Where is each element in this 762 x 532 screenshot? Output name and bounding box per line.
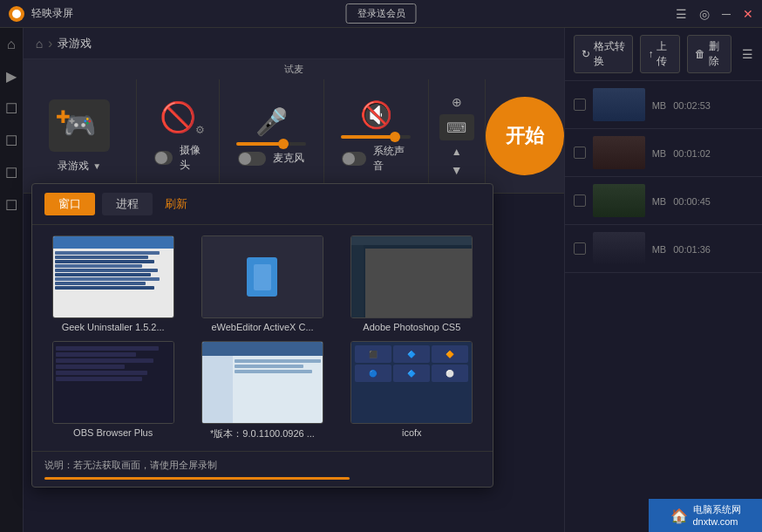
icofx-cell-6: ⚪: [432, 365, 468, 382]
mic-label: 麦克风: [273, 151, 304, 166]
home-icon[interactable]: ⌂: [36, 37, 43, 51]
rec-checkbox-1[interactable]: [574, 99, 586, 111]
ver-header: [202, 342, 323, 356]
plus-icon: ✚: [56, 106, 71, 127]
start-btn-area: 开始: [486, 79, 564, 193]
audio-toggle[interactable]: [342, 152, 366, 166]
mic-toggle-row: 麦克风: [238, 151, 304, 166]
settings-icon[interactable]: ◎: [699, 7, 710, 21]
mic-toggle[interactable]: [238, 152, 266, 166]
rec-info-4: MB 00:01:36: [652, 242, 753, 255]
window-thumb-geek: [52, 235, 174, 318]
mic-toggle-knob: [239, 153, 251, 165]
ver-rows: [233, 356, 323, 423]
window-thumb-icofx: ⬛ 🔷 🔶 🔵 🔷 ⚪: [350, 341, 473, 424]
ver-sidebar: [202, 356, 233, 423]
rec-size-3: MB: [652, 196, 667, 207]
watermark-url: dnxtw.com: [693, 515, 741, 528]
camera-icon-area: 🚫 ⚙: [160, 99, 196, 134]
rec-meta-3: MB 00:00:45: [652, 196, 753, 207]
rec-checkbox-2[interactable]: [574, 147, 586, 159]
refresh-button[interactable]: 刷新: [165, 196, 187, 212]
controls-row: ✚ 🎮 录游戏 ▼ 🚫 ⚙: [24, 79, 564, 193]
login-button[interactable]: 登录送会员: [346, 3, 417, 24]
rec-size-4: MB: [652, 244, 667, 255]
icofx-grid: ⬛ 🔷 🔶 🔵 🔷 ⚪: [351, 342, 472, 385]
watermark-text: 电脑系统网 dnxtw.com: [693, 503, 741, 529]
recording-item-4: MB 00:01:36: [565, 225, 762, 273]
geek-rows: [53, 249, 173, 292]
obs-thumb-content: [53, 342, 173, 423]
ps-canvas: [365, 249, 472, 317]
app-icon: [9, 6, 24, 22]
rec-thumb-2: [593, 136, 645, 169]
keyboard-icon-btn[interactable]: ⌨: [439, 114, 474, 140]
sidebar-checkbox4-icon[interactable]: ☐: [5, 197, 17, 214]
sidebar-checkbox3-icon[interactable]: ☐: [5, 165, 17, 181]
svg-point-0: [12, 10, 21, 18]
window-item-obs[interactable]: OBS Browser Plus: [43, 341, 183, 440]
sidebar-media-icon[interactable]: ▶: [6, 68, 17, 85]
rec-checkbox-4[interactable]: [574, 242, 586, 255]
format-convert-button[interactable]: ↻ 格式转换: [574, 35, 634, 73]
breadcrumb: ⌂ › 录游戏: [24, 28, 564, 59]
title-bar-controls: ☰ ◎ ─ ✕: [676, 7, 753, 21]
rec-checkbox-3[interactable]: [574, 194, 586, 207]
sidebar-checkbox2-icon[interactable]: ☐: [5, 133, 17, 149]
window-item-ps[interactable]: Adobe Photoshop CS5: [342, 235, 482, 332]
title-bar: 轻映录屏 登录送会员 ☰ ◎ ─ ✕: [0, 0, 762, 28]
title-bar-left: 轻映录屏: [9, 6, 73, 22]
window-item-geek[interactable]: Geek Uninstaller 1.5.2...: [43, 235, 183, 332]
selector-hint: 说明：若无法获取画面，请使用全屏录制: [32, 451, 493, 487]
ps-menubar: [351, 236, 472, 245]
sidebar-home-icon[interactable]: ⌂: [7, 37, 16, 52]
window-item-eweb[interactable]: eWebEditor ActiveX C...: [192, 235, 332, 332]
rec-thumb-1: [593, 88, 645, 121]
close-icon[interactable]: ✕: [743, 7, 753, 21]
camera-toggle[interactable]: [154, 151, 173, 165]
ps-toolbar: [351, 245, 364, 317]
control-panel: 试麦 ✚ 🎮 录游戏 ▼ 🚫: [24, 59, 564, 194]
cursor-icon: ⊕: [452, 95, 462, 109]
audio-volume-slider[interactable]: [341, 135, 411, 139]
cam-settings-icon[interactable]: ⚙: [195, 124, 205, 136]
format-convert-label: 格式转换: [594, 39, 626, 69]
icofx-cell-4: 🔵: [355, 365, 391, 382]
delete-icon: 🗑: [695, 48, 705, 60]
window-thumb-eweb: [201, 235, 323, 318]
window-thumb-version: [201, 341, 323, 424]
watermark-house-icon: 🏠: [670, 508, 688, 524]
sidebar-checkbox-icon[interactable]: ☐: [5, 100, 17, 117]
window-item-version[interactable]: *版本：9.0.1100.0926 ...: [192, 341, 332, 440]
mic-volume-slider[interactable]: [236, 142, 306, 146]
title-bar-center: 登录送会员: [346, 3, 417, 24]
audio-block: 🔇 系统声音: [324, 79, 429, 193]
watermark: 🏠 电脑系统网 dnxtw.com: [649, 499, 762, 532]
geek-header: [53, 236, 173, 249]
obs-rows: [53, 342, 173, 385]
list-icon: ☰: [742, 47, 753, 61]
left-sidebar: ⌂ ▶ ☐ ☐ ☐ ☐: [0, 28, 24, 532]
window-item-icofx[interactable]: ⬛ 🔷 🔶 🔵 🔷 ⚪ icofx: [342, 341, 482, 440]
rec-time-4: 00:01:36: [673, 244, 711, 255]
tab-window[interactable]: 窗口: [44, 193, 95, 215]
icofx-cell-5: 🔷: [393, 365, 430, 382]
rec-meta-2: MB 00:01:02: [652, 148, 753, 159]
recordings-spacer: [565, 273, 762, 532]
audio-label: 系统声音: [373, 144, 411, 174]
rec-time-3: 00:00:45: [673, 196, 711, 207]
menu-icon[interactable]: ☰: [676, 7, 687, 21]
convert-icon: ↻: [582, 48, 590, 60]
mic-block: 🎤 麦克风: [220, 79, 324, 193]
game-label[interactable]: 录游戏 ▼: [58, 159, 101, 174]
upload-button[interactable]: ↑ 上传: [640, 35, 680, 73]
recordings-toolbar: ↻ 格式转换 ↑ 上传 🗑 删除 ☰: [565, 28, 762, 81]
start-button[interactable]: 开始: [486, 97, 564, 175]
audio-volume-fill: [341, 135, 393, 139]
delete-button[interactable]: 🗑 删除: [687, 35, 731, 73]
window-grid: Geek Uninstaller 1.5.2... eWebEditor Act…: [32, 225, 493, 451]
audio-volume-knob: [390, 132, 400, 142]
minimize-icon[interactable]: ─: [722, 7, 731, 21]
rec-meta-1: MB 00:02:53: [652, 100, 753, 111]
tab-process[interactable]: 进程: [102, 193, 153, 215]
